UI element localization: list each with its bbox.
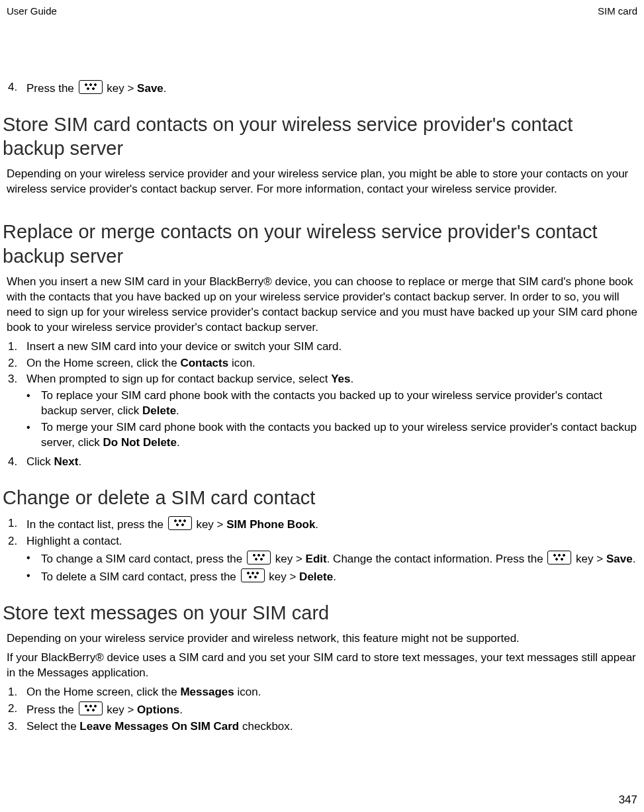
bullet-icon: • (26, 388, 41, 403)
bullet-icon: • (26, 420, 41, 435)
paragraph: If your BlackBerry® device uses a SIM ca… (7, 651, 637, 681)
list-item: 4. Press the key > Save. (7, 80, 637, 97)
steps-list: 1. On the Home screen, click the Message… (7, 685, 637, 735)
step-text: Press the key > Options. (26, 701, 637, 718)
step-number: 2. (7, 356, 26, 371)
step-number: 1. (7, 516, 26, 531)
list-item: 2. On the Home screen, click the Contact… (7, 356, 637, 371)
step-text: Highlight a contact. (26, 534, 637, 549)
section-heading-change-delete: Change or delete a SIM card contact (3, 486, 637, 510)
list-item: 1. On the Home screen, click the Message… (7, 685, 637, 700)
list-item: 1. Insert a new SIM card into your devic… (7, 339, 637, 355)
list-item: • To merge your SIM card phone book with… (26, 420, 637, 451)
step-text: Select the Leave Messages On SIM Card ch… (26, 719, 637, 735)
bullet-icon: • (26, 551, 41, 565)
menu-key-icon (168, 516, 192, 530)
menu-key-icon (79, 701, 103, 715)
list-item: • To replace your SIM card phone book wi… (26, 388, 637, 419)
bullet-text: To delete a SIM card contact, press the … (41, 568, 637, 585)
list-item: • To delete a SIM card contact, press th… (26, 568, 637, 585)
list-item: 2. Press the key > Options. (7, 701, 637, 718)
step-number: 3. (7, 372, 26, 387)
page-number: 347 (619, 793, 637, 807)
step-number: 4. (7, 80, 26, 95)
step-text: When prompted to sign up for contact bac… (26, 372, 637, 387)
sub-bullet-list: • To change a SIM card contact, press th… (26, 551, 637, 585)
steps-list: 1. In the contact list, press the key > … (7, 516, 637, 549)
list-item: 1. In the contact list, press the key > … (7, 516, 637, 533)
sub-bullet-list: • To replace your SIM card phone book wi… (26, 388, 637, 451)
step-number: 2. (7, 534, 26, 549)
list-item: 4. Click Next. (7, 455, 637, 470)
header-right: SIM card (598, 5, 637, 17)
page-header: User Guide SIM card (7, 5, 637, 17)
step-number: 3. (7, 719, 26, 735)
step-text: Insert a new SIM card into your device o… (26, 339, 637, 355)
bullet-text: To replace your SIM card phone book with… (41, 388, 637, 419)
list-item: 3. Select the Leave Messages On SIM Card… (7, 719, 637, 735)
page: User Guide SIM card 4. Press the key > S… (0, 0, 644, 812)
list-item: • To change a SIM card contact, press th… (26, 551, 637, 567)
section-heading-store-contacts: Store SIM card contacts on your wireless… (3, 113, 637, 161)
menu-key-icon (247, 551, 271, 564)
step-text: On the Home screen, click the Contacts i… (26, 356, 637, 371)
step-number: 1. (7, 685, 26, 700)
section-heading-replace-merge: Replace or merge contacts on your wirele… (3, 220, 637, 268)
step-text: In the contact list, press the key > SIM… (26, 516, 637, 533)
paragraph: When you insert a new SIM card in your B… (7, 275, 637, 336)
section-heading-store-text: Store text messages on your SIM card (3, 601, 637, 625)
bullet-text: To merge your SIM card phone book with t… (41, 420, 637, 451)
paragraph: Depending on your wireless service provi… (7, 167, 637, 197)
page-body: 4. Press the key > Save. Store SIM card … (7, 80, 637, 735)
paragraph: Depending on your wireless service provi… (7, 631, 637, 647)
bullet-icon: • (26, 568, 41, 583)
list-item: 3. When prompted to sign up for contact … (7, 372, 637, 387)
steps-list: 1. Insert a new SIM card into your devic… (7, 339, 637, 388)
step-text: Press the key > Save. (26, 80, 637, 97)
menu-key-icon (547, 551, 571, 564)
continued-step-list: 4. Press the key > Save. (7, 80, 637, 97)
header-left: User Guide (7, 5, 57, 17)
step-number: 1. (7, 339, 26, 355)
steps-list-continued: 4. Click Next. (7, 455, 637, 470)
step-text: Click Next. (26, 455, 637, 470)
menu-key-icon (79, 80, 103, 94)
step-text: On the Home screen, click the Messages i… (26, 685, 637, 700)
bullet-text: To change a SIM card contact, press the … (41, 551, 637, 567)
step-number: 2. (7, 701, 26, 717)
step-number: 4. (7, 455, 26, 470)
list-item: 2. Highlight a contact. (7, 534, 637, 549)
menu-key-icon (241, 568, 265, 582)
